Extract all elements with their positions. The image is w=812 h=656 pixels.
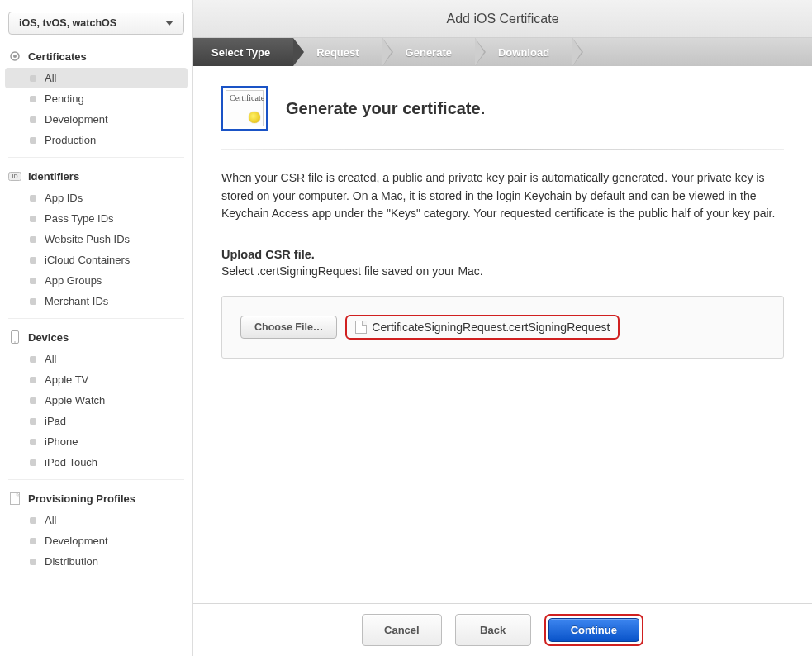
certificate-icon: Certificate (221, 86, 268, 131)
bullet-icon (30, 517, 36, 524)
bullet-icon (30, 298, 36, 305)
upload-box: Choose File… CertificateSigningRequest.c… (221, 296, 784, 359)
section-title: Identifiers (28, 170, 79, 183)
bullet-icon (30, 459, 36, 466)
sidebar: iOS, tvOS, watchOS Certificates All Pend… (0, 0, 193, 656)
step-generate[interactable]: Generate (382, 38, 475, 66)
wizard-steps: Select Type Request Generate Download (193, 38, 812, 66)
choose-file-button[interactable]: Choose File… (240, 316, 337, 339)
bullet-icon (30, 278, 36, 284)
bullet-icon (30, 418, 36, 425)
divider (8, 157, 184, 158)
sidebar-item-prov-development[interactable]: Development (5, 530, 188, 551)
sidebar-item-ipod-touch[interactable]: iPod Touch (5, 452, 188, 473)
divider (8, 479, 184, 480)
cancel-button[interactable]: Cancel (362, 614, 442, 646)
selected-file-name: CertificateSigningRequest.certSigningReq… (372, 321, 610, 334)
file-icon (355, 321, 367, 334)
device-icon (8, 330, 21, 344)
platform-selector-label: iOS, tvOS, watchOS (19, 17, 116, 29)
divider (221, 149, 784, 150)
sidebar-item-apple-watch[interactable]: Apple Watch (5, 390, 188, 411)
bullet-icon (30, 116, 36, 123)
sidebar-item-icloud-containers[interactable]: iCloud Containers (5, 250, 188, 270)
sidebar-item-cert-development[interactable]: Development (5, 109, 188, 130)
step-download[interactable]: Download (475, 38, 572, 66)
sidebar-item-cert-pending[interactable]: Pending (5, 88, 188, 109)
bullet-icon (30, 75, 36, 82)
section-certificates: Certificates All Pending Development Pro… (5, 45, 188, 150)
bullet-icon (30, 356, 36, 363)
document-icon (8, 492, 21, 505)
svg-point-5 (14, 341, 16, 343)
section-header-identifiers[interactable]: ID Identifiers (5, 164, 188, 188)
sidebar-item-ipad[interactable]: iPad (5, 411, 188, 431)
body-text: When your CSR file is created, a public … (221, 169, 784, 223)
step-select-type[interactable]: Select Type (193, 38, 293, 66)
bullet-icon (30, 236, 36, 243)
sidebar-item-merchant-ids[interactable]: Merchant IDs (5, 291, 188, 311)
selected-file-display: CertificateSigningRequest.certSigningReq… (345, 315, 620, 340)
section-title: Devices (28, 331, 69, 344)
bullet-icon (30, 96, 36, 102)
platform-selector[interactable]: iOS, tvOS, watchOS (8, 12, 184, 35)
sidebar-item-pass-type-ids[interactable]: Pass Type IDs (5, 208, 188, 229)
section-provisioning-profiles: Provisioning Profiles All Development Di… (5, 487, 188, 572)
bullet-icon (30, 257, 36, 264)
upload-title: Upload CSR file. (221, 248, 784, 261)
bullet-icon (30, 538, 36, 544)
continue-highlight: Continue (544, 614, 643, 646)
footer: Cancel Back Continue (193, 603, 812, 656)
title-bar: Add iOS Certificate (193, 0, 812, 38)
step-request[interactable]: Request (293, 38, 382, 66)
svg-text:ID: ID (12, 174, 18, 179)
main: Add iOS Certificate Select Type Request … (193, 0, 812, 656)
bullet-icon (30, 195, 36, 202)
sidebar-item-dev-all[interactable]: All (5, 349, 188, 369)
page-title: Add iOS Certificate (446, 12, 558, 26)
bullet-icon (30, 137, 36, 144)
sidebar-item-app-ids[interactable]: App IDs (5, 188, 188, 208)
chevron-down-icon (165, 21, 173, 26)
sidebar-item-prov-all[interactable]: All (5, 510, 188, 530)
bullet-icon (30, 439, 36, 445)
sidebar-item-cert-all[interactable]: All (5, 68, 188, 88)
certificates-icon (8, 50, 21, 63)
divider (8, 318, 184, 319)
section-header-certificates[interactable]: Certificates (5, 45, 188, 68)
seal-icon (249, 112, 260, 123)
section-title: Provisioning Profiles (28, 492, 135, 505)
section-header-provisioning[interactable]: Provisioning Profiles (5, 487, 188, 510)
bullet-icon (30, 397, 36, 404)
sidebar-item-cert-production[interactable]: Production (5, 130, 188, 150)
continue-button[interactable]: Continue (548, 618, 639, 642)
sidebar-item-apple-tv[interactable]: Apple TV (5, 369, 188, 390)
id-icon: ID (8, 169, 21, 183)
section-devices: Devices All Apple TV Apple Watch iPad iP… (5, 326, 188, 473)
sidebar-item-website-push-ids[interactable]: Website Push IDs (5, 229, 188, 250)
bullet-icon (30, 559, 36, 565)
svg-point-1 (13, 55, 17, 58)
section-identifiers: ID Identifiers App IDs Pass Type IDs Web… (5, 164, 188, 311)
section-title: Certificates (28, 50, 87, 63)
sidebar-item-app-groups[interactable]: App Groups (5, 270, 188, 291)
section-header-devices[interactable]: Devices (5, 326, 188, 349)
bullet-icon (30, 216, 36, 222)
sidebar-item-iphone[interactable]: iPhone (5, 431, 188, 452)
bullet-icon (30, 377, 36, 383)
back-button[interactable]: Back (455, 614, 531, 646)
upload-subtitle: Select .certSigningRequest file saved on… (221, 264, 784, 278)
sidebar-item-prov-distribution[interactable]: Distribution (5, 551, 188, 572)
content: Certificate Generate your certificate. W… (193, 66, 812, 603)
heading: Generate your certificate. (286, 99, 485, 118)
